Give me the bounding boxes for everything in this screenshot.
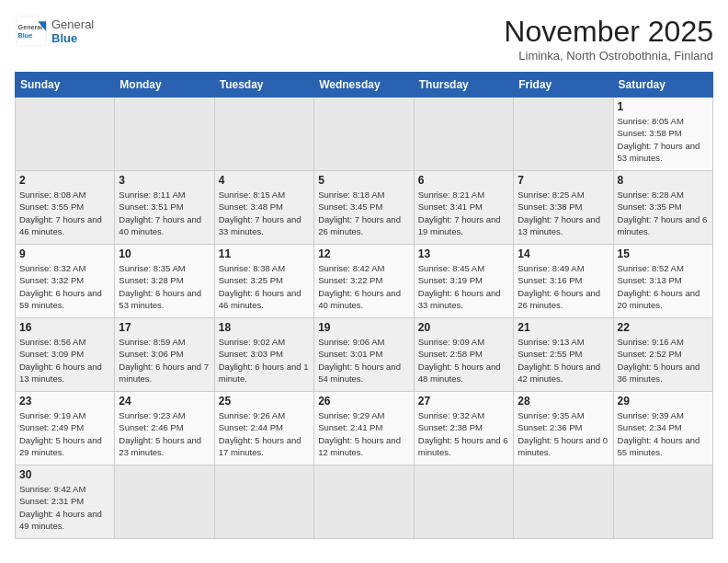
day-info: Sunrise: 8:45 AM Sunset: 3:19 PM Dayligh…: [418, 262, 509, 311]
day-cell: 24Sunrise: 9:23 AM Sunset: 2:46 PM Dayli…: [115, 392, 214, 465]
day-number: 11: [219, 247, 310, 260]
day-cell: [514, 465, 613, 539]
day-info: Sunrise: 8:52 AM Sunset: 3:13 PM Dayligh…: [618, 262, 709, 311]
day-number: 15: [618, 247, 709, 260]
svg-text:Blue: Blue: [18, 31, 33, 40]
day-cell: 17Sunrise: 8:59 AM Sunset: 3:06 PM Dayli…: [115, 318, 214, 392]
day-number: 4: [219, 174, 310, 187]
day-info: Sunrise: 9:39 AM Sunset: 2:34 PM Dayligh…: [618, 409, 709, 458]
day-cell: 2Sunrise: 8:08 AM Sunset: 3:55 PM Daylig…: [16, 171, 115, 245]
day-number: 12: [318, 247, 410, 260]
day-cell: [214, 465, 313, 539]
day-number: 6: [418, 174, 509, 187]
day-number: 21: [518, 321, 609, 334]
day-cell: 23Sunrise: 9:19 AM Sunset: 2:49 PM Dayli…: [16, 392, 115, 465]
day-number: 5: [318, 174, 410, 187]
day-cell: [414, 465, 513, 539]
day-cell: 11Sunrise: 8:38 AM Sunset: 3:25 PM Dayli…: [214, 245, 313, 318]
day-info: Sunrise: 8:11 AM Sunset: 3:51 PM Dayligh…: [119, 189, 210, 237]
day-cell: 5Sunrise: 8:18 AM Sunset: 3:45 PM Daylig…: [314, 171, 415, 245]
day-cell: 9Sunrise: 8:32 AM Sunset: 3:32 PM Daylig…: [16, 245, 115, 318]
week-row-5: 23Sunrise: 9:19 AM Sunset: 2:49 PM Dayli…: [16, 392, 713, 465]
calendar-subtitle: Liminka, North Ostrobothnia, Finland: [504, 49, 713, 63]
day-cell: 12Sunrise: 8:42 AM Sunset: 3:22 PM Dayli…: [314, 245, 415, 318]
day-info: Sunrise: 9:26 AM Sunset: 2:44 PM Dayligh…: [219, 409, 310, 458]
day-number: 22: [618, 321, 709, 334]
logo-blue-text: Blue: [51, 31, 94, 45]
day-cell: 13Sunrise: 8:45 AM Sunset: 3:19 PM Dayli…: [414, 245, 513, 318]
day-info: Sunrise: 9:42 AM Sunset: 2:31 PM Dayligh…: [19, 483, 110, 532]
day-info: Sunrise: 8:42 AM Sunset: 3:22 PM Dayligh…: [318, 262, 410, 311]
logo-general-text: General: [51, 17, 94, 31]
day-info: Sunrise: 9:09 AM Sunset: 2:58 PM Dayligh…: [418, 336, 509, 385]
day-number: 20: [418, 321, 509, 334]
day-info: Sunrise: 9:02 AM Sunset: 3:03 PM Dayligh…: [219, 336, 310, 385]
weekday-header-thursday: Thursday: [414, 73, 513, 98]
day-cell: [115, 465, 214, 539]
day-info: Sunrise: 9:32 AM Sunset: 2:38 PM Dayligh…: [418, 409, 509, 458]
day-info: Sunrise: 8:18 AM Sunset: 3:45 PM Dayligh…: [318, 189, 410, 237]
day-number: 13: [418, 247, 509, 260]
day-cell: 22Sunrise: 9:16 AM Sunset: 2:52 PM Dayli…: [613, 318, 712, 392]
day-number: 28: [518, 395, 609, 408]
day-cell: 1Sunrise: 8:05 AM Sunset: 3:58 PM Daylig…: [613, 98, 712, 171]
week-row-3: 9Sunrise: 8:32 AM Sunset: 3:32 PM Daylig…: [16, 245, 713, 318]
day-info: Sunrise: 8:05 AM Sunset: 3:58 PM Dayligh…: [618, 115, 709, 164]
day-info: Sunrise: 9:23 AM Sunset: 2:46 PM Dayligh…: [119, 409, 210, 458]
day-cell: 3Sunrise: 8:11 AM Sunset: 3:51 PM Daylig…: [115, 171, 214, 245]
day-info: Sunrise: 8:35 AM Sunset: 3:28 PM Dayligh…: [119, 262, 210, 311]
day-number: 1: [618, 100, 709, 113]
day-cell: [613, 465, 712, 539]
day-number: 2: [19, 174, 110, 187]
day-info: Sunrise: 9:19 AM Sunset: 2:49 PM Dayligh…: [19, 409, 110, 458]
day-info: Sunrise: 8:56 AM Sunset: 3:09 PM Dayligh…: [19, 336, 110, 385]
day-cell: [314, 98, 415, 171]
day-number: 14: [518, 247, 609, 260]
day-number: 29: [618, 395, 709, 408]
day-number: 24: [119, 395, 210, 408]
day-info: Sunrise: 9:16 AM Sunset: 2:52 PM Dayligh…: [618, 336, 709, 385]
day-cell: 30Sunrise: 9:42 AM Sunset: 2:31 PM Dayli…: [16, 465, 115, 539]
day-cell: 19Sunrise: 9:06 AM Sunset: 3:01 PM Dayli…: [314, 318, 415, 392]
weekday-header-tuesday: Tuesday: [214, 73, 313, 98]
day-number: 16: [19, 321, 110, 334]
weekday-header-sunday: Sunday: [16, 73, 115, 98]
day-info: Sunrise: 8:28 AM Sunset: 3:35 PM Dayligh…: [618, 189, 709, 237]
logo-icon: General Blue: [15, 15, 48, 48]
day-cell: 14Sunrise: 8:49 AM Sunset: 3:16 PM Dayli…: [514, 245, 613, 318]
day-cell: [115, 98, 214, 171]
day-cell: 29Sunrise: 9:39 AM Sunset: 2:34 PM Dayli…: [613, 392, 712, 465]
day-cell: [514, 98, 613, 171]
day-cell: [16, 98, 115, 171]
day-number: 9: [19, 247, 110, 260]
day-cell: 6Sunrise: 8:21 AM Sunset: 3:41 PM Daylig…: [414, 171, 513, 245]
day-cell: 25Sunrise: 9:26 AM Sunset: 2:44 PM Dayli…: [214, 392, 313, 465]
day-cell: 27Sunrise: 9:32 AM Sunset: 2:38 PM Dayli…: [414, 392, 513, 465]
page-header: General Blue General Blue November 2025 …: [15, 15, 713, 63]
day-number: 17: [119, 321, 210, 334]
day-number: 10: [119, 247, 210, 260]
day-number: 3: [119, 174, 210, 187]
day-info: Sunrise: 9:06 AM Sunset: 3:01 PM Dayligh…: [318, 336, 410, 385]
day-cell: 7Sunrise: 8:25 AM Sunset: 3:38 PM Daylig…: [514, 171, 613, 245]
day-info: Sunrise: 8:59 AM Sunset: 3:06 PM Dayligh…: [119, 336, 210, 385]
day-info: Sunrise: 8:25 AM Sunset: 3:38 PM Dayligh…: [518, 189, 609, 237]
day-number: 30: [19, 468, 110, 481]
logo: General Blue General Blue: [15, 15, 94, 48]
weekday-header-friday: Friday: [514, 73, 613, 98]
day-number: 23: [19, 395, 110, 408]
day-info: Sunrise: 8:49 AM Sunset: 3:16 PM Dayligh…: [518, 262, 609, 311]
day-info: Sunrise: 8:38 AM Sunset: 3:25 PM Dayligh…: [219, 262, 310, 311]
day-number: 25: [219, 395, 310, 408]
day-number: 19: [318, 321, 410, 334]
day-info: Sunrise: 8:21 AM Sunset: 3:41 PM Dayligh…: [418, 189, 509, 237]
day-info: Sunrise: 8:15 AM Sunset: 3:48 PM Dayligh…: [219, 189, 310, 237]
day-number: 27: [418, 395, 509, 408]
day-cell: 16Sunrise: 8:56 AM Sunset: 3:09 PM Dayli…: [16, 318, 115, 392]
day-info: Sunrise: 8:08 AM Sunset: 3:55 PM Dayligh…: [19, 189, 110, 237]
day-cell: 21Sunrise: 9:13 AM Sunset: 2:55 PM Dayli…: [514, 318, 613, 392]
week-row-4: 16Sunrise: 8:56 AM Sunset: 3:09 PM Dayli…: [16, 318, 713, 392]
day-info: Sunrise: 8:32 AM Sunset: 3:32 PM Dayligh…: [19, 262, 110, 311]
day-number: 8: [618, 174, 709, 187]
day-number: 18: [219, 321, 310, 334]
